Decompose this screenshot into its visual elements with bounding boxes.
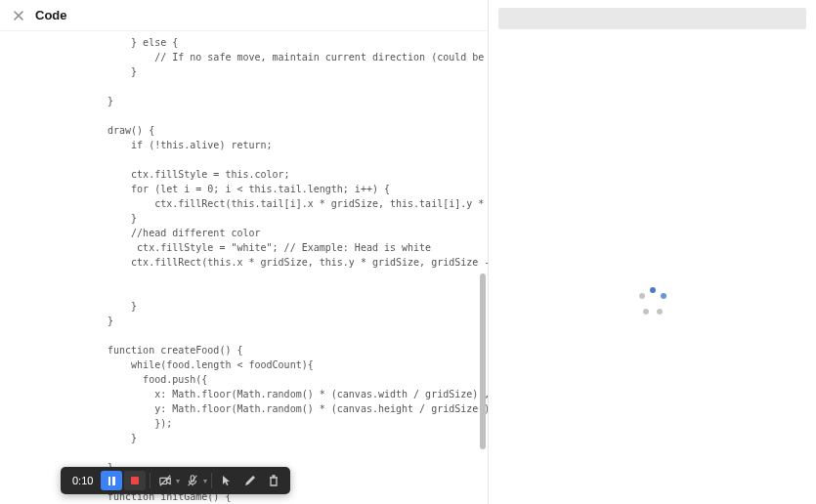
divider [150,473,150,488]
preview-top-bar [498,8,806,29]
camera-button[interactable] [154,471,176,490]
mic-button[interactable] [182,471,203,490]
code-content: } else { // If no safe move, maintain cu… [20,35,468,504]
pen-button[interactable] [239,471,261,490]
code-area[interactable]: } else { // If no safe move, maintain cu… [0,31,488,504]
recording-toolbar: 0:10 ▾ ▾ [61,467,290,494]
mic-off-icon [186,474,199,487]
svg-rect-0 [160,478,167,483]
pause-icon [108,477,115,485]
panel-title: Code [35,8,67,22]
recording-time: 0:10 [66,475,99,486]
chevron-down-icon[interactable]: ▾ [176,477,180,485]
spinner-dot [643,309,649,315]
pause-button[interactable] [101,471,122,490]
stop-icon [131,477,139,484]
scrollbar-thumb[interactable] [480,273,486,449]
main-container: Code } else { // If no safe move, mainta… [0,0,816,504]
spinner-dot [657,309,663,315]
divider [211,473,212,488]
close-icon[interactable] [12,9,25,22]
preview-panel [489,0,816,504]
cursor-button[interactable] [216,471,237,490]
stop-button[interactable] [124,471,146,490]
spinner-dot [639,293,645,299]
cursor-icon [221,475,233,486]
panel-header: Code [0,0,488,31]
chevron-down-icon[interactable]: ▾ [203,477,207,485]
pen-icon [244,475,256,486]
spinner-dot [661,293,666,299]
camera-off-icon [158,474,172,487]
loading-spinner [639,287,666,315]
code-panel: Code } else { // If no safe move, mainta… [0,0,489,504]
trash-icon [268,475,279,486]
spinner-dot [650,287,656,293]
delete-button[interactable] [263,471,284,490]
